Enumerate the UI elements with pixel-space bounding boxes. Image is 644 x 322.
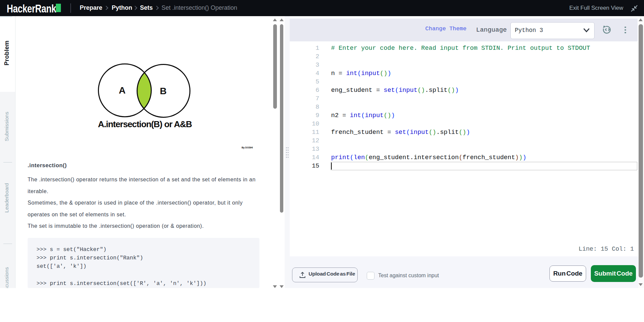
svg-text:A: A xyxy=(119,85,126,96)
svg-text:B: B xyxy=(160,86,167,96)
